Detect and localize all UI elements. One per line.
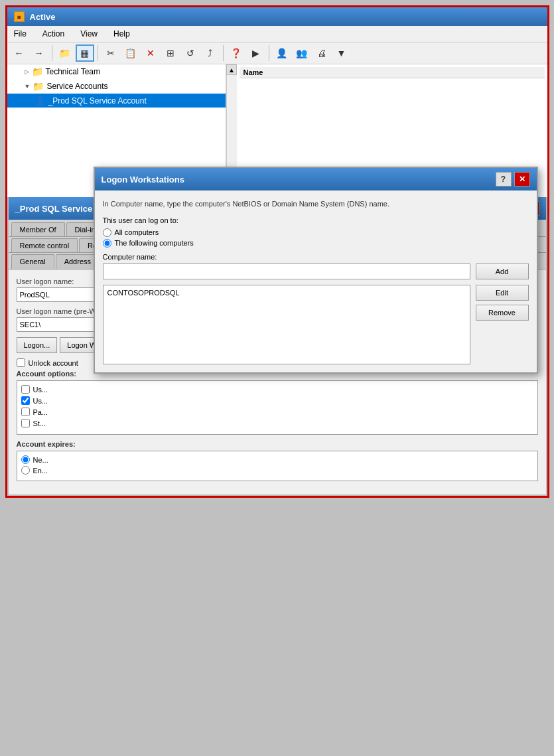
- tree-label-technical-team: Technical Team: [46, 67, 101, 76]
- expires-never-label: Ne...: [33, 456, 48, 464]
- user-button[interactable]: 👤: [273, 44, 291, 62]
- computer-name-label: Computer name:: [103, 253, 529, 261]
- tab-member-of[interactable]: Member Of: [11, 222, 65, 236]
- computers-list-box[interactable]: CONTOSOPRODSQL: [103, 285, 470, 364]
- tree-label-service-accounts: Service Accounts: [46, 82, 107, 91]
- print-button[interactable]: 🖨: [312, 44, 331, 62]
- menu-bar: File Action View Help: [7, 26, 547, 42]
- option-row-2: Pa...: [21, 408, 533, 416]
- following-computers-radio[interactable]: [103, 239, 111, 248]
- computer-name-input[interactable]: [103, 264, 470, 279]
- filter-button[interactable]: ▼: [332, 44, 351, 62]
- app-title: Active: [30, 12, 56, 22]
- remove-button[interactable]: Remove: [476, 305, 529, 321]
- copy-button[interactable]: 📋: [121, 44, 140, 62]
- menu-view[interactable]: View: [78, 28, 100, 40]
- cut-button[interactable]: ✂: [102, 44, 120, 62]
- view-detail-button[interactable]: ▦: [76, 44, 94, 62]
- option-label-0: Us...: [33, 386, 48, 394]
- tree-item-prod-sql[interactable]: 👤 _Prod SQL Service Account: [7, 94, 226, 108]
- back-button[interactable]: ←: [10, 44, 29, 62]
- toolbar: ← → 📁 ▦ ✂ 📋 ✕ ⊞ ↺ ⤴ ❓ ▶ 👤 👥 🖨 ▼: [7, 42, 547, 64]
- tab-general[interactable]: General: [11, 254, 54, 269]
- expand-arrow-service: ▼: [25, 83, 31, 90]
- menu-help[interactable]: Help: [111, 28, 133, 40]
- logon-workstations-dialog: Logon Workstations ? ✕ In Computer name,…: [94, 167, 538, 374]
- option-label-2: Pa...: [33, 408, 48, 416]
- unlock-checkbox[interactable]: [17, 358, 25, 367]
- edit-button[interactable]: Edit: [476, 285, 529, 301]
- toolbar-sep-2: [98, 45, 98, 61]
- logon-info-text: In Computer name, type the computer's Ne…: [103, 198, 529, 210]
- scroll-up[interactable]: ▲: [226, 64, 237, 75]
- logon-dialog-title-text: Logon Workstations: [102, 175, 184, 185]
- computer-list-item[interactable]: CONTOSOPRODSQL: [106, 288, 467, 297]
- option-checkbox-1[interactable]: [21, 396, 30, 405]
- logon-dialog-body: In Computer name, type the computer's Ne…: [95, 190, 537, 372]
- menu-action[interactable]: Action: [40, 28, 67, 40]
- logon-dialog-title-bar: Logon Workstations ? ✕: [95, 168, 537, 190]
- users-button[interactable]: 👥: [293, 44, 311, 62]
- expires-end-label: En...: [33, 467, 48, 475]
- main-window: ■ Active File Action View Help ← → 📁 ▦ ✂…: [5, 5, 549, 498]
- logon-to-label: This user can log on to:: [103, 216, 529, 224]
- unlock-label: Unlock account: [29, 359, 78, 367]
- add-button[interactable]: Add: [476, 264, 529, 279]
- all-computers-row: All computers: [103, 228, 529, 237]
- title-bar: ■ Active: [7, 7, 547, 26]
- option-row-1: Us...: [21, 396, 533, 405]
- account-expires-box: Ne... En...: [17, 451, 538, 481]
- all-computers-radio[interactable]: [103, 228, 111, 237]
- option-label-3: St...: [33, 419, 46, 427]
- tab-remote-control[interactable]: Remote control: [11, 238, 78, 252]
- refresh-button[interactable]: ↺: [181, 44, 200, 62]
- option-label-1: Us...: [33, 397, 48, 405]
- menu-file[interactable]: File: [11, 28, 29, 40]
- folder-icon-service: 📁: [33, 81, 44, 92]
- list-action-buttons: Edit Remove: [476, 285, 529, 364]
- tree-label-prod-sql: _Prod SQL Service Account: [48, 96, 147, 106]
- new-folder-button[interactable]: 📁: [56, 44, 74, 62]
- detail-header: Name: [240, 67, 545, 78]
- expires-never-radio[interactable]: [21, 455, 30, 464]
- forward-button[interactable]: →: [30, 44, 48, 62]
- option-row-3: St...: [21, 419, 533, 427]
- help-button[interactable]: ❓: [227, 44, 245, 62]
- expires-never-row: Ne...: [21, 455, 533, 464]
- tree-item-service-accounts[interactable]: ▼ 📁 Service Accounts: [7, 79, 226, 94]
- tree-item-technical-team[interactable]: ▷ 📁 Technical Team: [7, 64, 226, 79]
- delete-button[interactable]: ✕: [141, 44, 160, 62]
- logon-dialog-controls: ? ✕: [496, 172, 530, 187]
- account-options-box: Us... Us... Pa... St...: [17, 380, 538, 435]
- user-icon-prod: 👤: [35, 96, 46, 106]
- expires-end-row: En...: [21, 466, 533, 475]
- computer-name-row: Add: [103, 264, 529, 279]
- export-button[interactable]: ⤴: [201, 44, 220, 62]
- following-computers-label: The following computers: [115, 239, 194, 247]
- toolbar-sep-3: [223, 45, 224, 61]
- logon-hours-button[interactable]: Logon...: [17, 337, 58, 353]
- logon-close-button[interactable]: ✕: [514, 172, 530, 187]
- computer-list-area: CONTOSOPRODSQL Edit Remove: [103, 285, 529, 364]
- app-icon: ■: [14, 11, 25, 22]
- toolbar-sep-4: [269, 45, 269, 61]
- option-checkbox-2[interactable]: [21, 408, 30, 416]
- option-checkbox-3[interactable]: [21, 419, 30, 427]
- all-computers-label: All computers: [115, 228, 159, 236]
- properties-button[interactable]: ⊞: [161, 44, 180, 62]
- option-row-0: Us...: [21, 385, 533, 394]
- expires-end-radio[interactable]: [21, 466, 30, 475]
- account-expires-section-label: Account expires:: [17, 440, 538, 448]
- following-computers-row: The following computers: [103, 239, 529, 248]
- toolbar-sep-1: [52, 45, 52, 61]
- expand-arrow-technical: ▷: [25, 68, 29, 75]
- user-logon-pre-input[interactable]: [17, 317, 96, 332]
- run-button[interactable]: ▶: [247, 44, 265, 62]
- option-checkbox-0[interactable]: [21, 385, 30, 394]
- logon-help-button[interactable]: ?: [496, 172, 512, 187]
- folder-icon-technical: 📁: [32, 66, 43, 77]
